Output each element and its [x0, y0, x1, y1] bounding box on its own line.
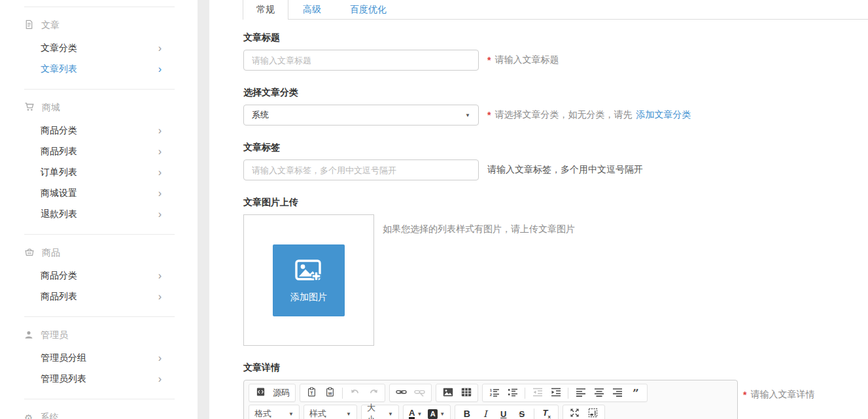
align-left-icon: [576, 388, 586, 399]
sidebar-item-admin-list[interactable]: 管理员列表 ›: [24, 369, 175, 390]
redo-icon: [368, 387, 379, 399]
paste-word-button[interactable]: W: [324, 386, 336, 399]
size-combo[interactable]: 大小 ▼: [361, 405, 399, 419]
add-category-link[interactable]: 添加文章分类: [636, 109, 691, 121]
combo-arrow-icon: ▼: [341, 411, 351, 417]
field-article-tags: 文章标签 请输入文章标签，多个用中文逗号隔开: [243, 142, 868, 180]
article-tags-input[interactable]: [243, 159, 479, 180]
sidebar-section-mall-header: 商城: [24, 99, 175, 117]
blockquote-button[interactable]: ”: [629, 386, 642, 399]
chevron-right-icon: ›: [158, 126, 162, 136]
insert-image-button[interactable]: [442, 386, 454, 399]
combo-arrow-icon: ▼: [440, 411, 445, 417]
table-icon: [461, 388, 472, 399]
sidebar-item-goods-category[interactable]: 商品分类 ›: [24, 265, 175, 286]
sidebar-section-system: ⚙ 系统 基本信息 ›: [24, 399, 175, 419]
combo-arrow-icon: ▼: [383, 411, 393, 417]
field-label: 文章标题: [243, 32, 868, 44]
indent-button[interactable]: [549, 386, 562, 399]
field-hint: * 请输入文章详情: [743, 389, 814, 401]
outdent-icon: [532, 388, 543, 399]
show-blocks-button[interactable]: [587, 407, 599, 419]
unlink-button[interactable]: [413, 386, 426, 399]
blockquote-icon: ”: [631, 388, 641, 399]
sidebar-section-system-header: ⚙ 系统: [24, 409, 175, 419]
paste-text-icon: T: [307, 387, 317, 399]
article-icon: [24, 20, 34, 31]
format-combo[interactable]: 格式 ▼: [249, 405, 300, 419]
tab-baidu-seo[interactable]: 百度优化: [336, 0, 401, 19]
svg-text:2: 2: [489, 393, 492, 397]
add-image-label: 添加图片: [290, 292, 327, 303]
strikethrough-button[interactable]: S: [515, 407, 528, 419]
article-category-select[interactable]: 系统 ▼: [243, 105, 479, 126]
sidebar-item-admin-group[interactable]: 管理员分组 ›: [24, 348, 175, 369]
sidebar: 文章 文章分类 › 文章列表 › 商城 商品分类 › 商品列表 › 订单列表 ›: [0, 0, 198, 419]
italic-button[interactable]: I: [479, 407, 491, 419]
align-left-button[interactable]: [574, 386, 587, 399]
editor-toolbar: 源码 T W: [244, 380, 737, 419]
bold-button[interactable]: B: [460, 407, 473, 419]
field-label: 文章详情: [243, 362, 868, 374]
undo-button[interactable]: [349, 386, 361, 399]
sidebar-item-product-category[interactable]: 商品分类 ›: [24, 120, 175, 141]
outdent-button[interactable]: [531, 386, 544, 399]
align-center-button[interactable]: [593, 386, 605, 399]
unlink-icon: [414, 387, 425, 399]
bold-icon: B: [464, 409, 470, 419]
mall-icon: [24, 102, 35, 114]
sidebar-section-label: 系统: [40, 412, 58, 419]
text-color-button[interactable]: A ▼: [409, 407, 422, 419]
article-form: 文章标题 * 请输入文章标题 选择文章分类 系统 ▼ * 请选择文章分类，如无分…: [209, 32, 868, 419]
sidebar-item-article-category[interactable]: 文章分类 ›: [24, 38, 175, 59]
field-article-image: 文章图片上传 添加图片: [243, 197, 868, 346]
goods-icon: [24, 247, 35, 259]
link-button[interactable]: [395, 386, 408, 399]
chevron-right-icon: ›: [158, 292, 162, 302]
image-upload-box: 添加图片: [243, 214, 374, 346]
add-image-button[interactable]: 添加图片: [273, 244, 345, 316]
combo-arrow-icon: ▼: [417, 411, 422, 417]
field-label: 文章标签: [243, 142, 868, 154]
tab-general[interactable]: 常规: [243, 0, 288, 20]
sidebar-section-article-header: 文章: [24, 16, 175, 35]
toolbar-separator: [525, 388, 525, 399]
sidebar-section-label: 商品: [42, 247, 60, 259]
toolbar-separator: [534, 409, 534, 419]
maximize-button[interactable]: [568, 407, 581, 419]
svg-text:”: ”: [633, 388, 639, 397]
sidebar-item-mall-settings[interactable]: 商城设置 ›: [24, 183, 175, 204]
source-button[interactable]: [254, 386, 267, 399]
ordered-list-button[interactable]: 12: [488, 386, 500, 399]
paste-text-button[interactable]: T: [305, 386, 318, 399]
required-asterisk: *: [743, 390, 746, 400]
sidebar-section-mall: 商城 商品分类 › 商品列表 › 订单列表 › 商城设置 › 退款列表 ›: [24, 89, 175, 234]
remove-format-button[interactable]: Tx: [540, 407, 553, 419]
svg-text:T: T: [310, 391, 313, 395]
align-right-button[interactable]: [611, 386, 623, 399]
sidebar-item-order-list[interactable]: 订单列表 ›: [24, 162, 175, 183]
sidebar-item-article-list[interactable]: 文章列表 ›: [24, 59, 175, 80]
insert-table-button[interactable]: [460, 386, 472, 399]
style-combo[interactable]: 样式 ▼: [304, 405, 357, 419]
sidebar-section-admin: 管理员 管理员分组 › 管理员列表 ›: [24, 316, 175, 399]
bg-color-button[interactable]: A ▼: [428, 407, 445, 419]
select-value: 系统: [252, 109, 269, 121]
sidebar-section-label: 管理员: [41, 329, 68, 341]
article-title-input[interactable]: [243, 50, 479, 71]
field-article-title: 文章标题 * 请输入文章标题: [243, 32, 868, 71]
field-hint: * 请选择文章分类，如无分类，请先 添加文章分类: [487, 109, 691, 121]
sidebar-item-product-list[interactable]: 商品列表 ›: [24, 141, 175, 162]
chevron-right-icon: ›: [158, 353, 162, 363]
sidebar-item-refund-list[interactable]: 退款列表 ›: [24, 204, 175, 225]
align-right-icon: [612, 388, 623, 399]
admin-icon: [24, 330, 33, 341]
bullet-list-button[interactable]: [506, 386, 519, 399]
chevron-right-icon: ›: [158, 271, 162, 281]
redo-button[interactable]: [367, 386, 379, 399]
underline-button[interactable]: U: [497, 407, 510, 419]
ordered-list-icon: 12: [489, 388, 500, 399]
sidebar-section-goods-header: 商品: [24, 244, 175, 262]
sidebar-item-goods-list[interactable]: 商品列表 ›: [24, 286, 175, 307]
tab-advanced[interactable]: 高级: [288, 0, 336, 19]
